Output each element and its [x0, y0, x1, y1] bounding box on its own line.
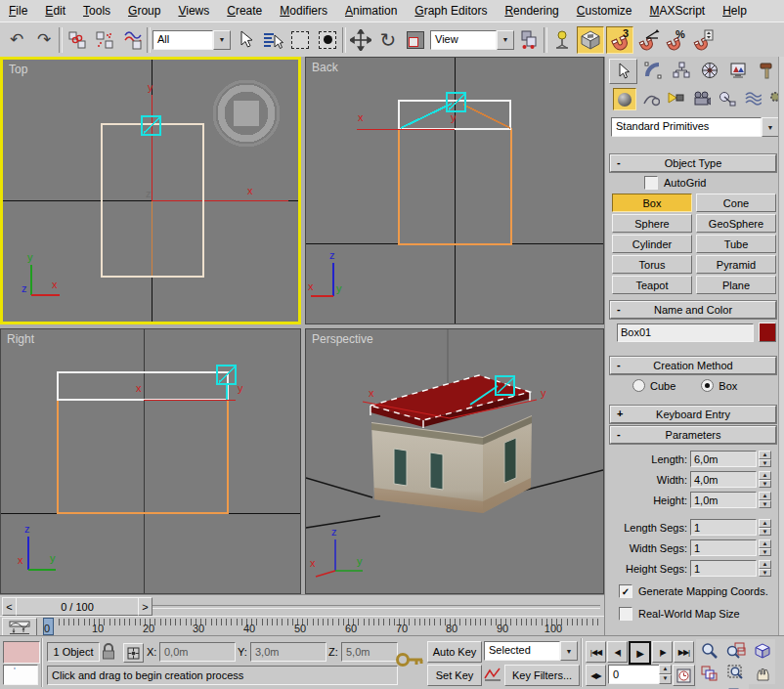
- zoom-extents-all-button[interactable]: [696, 662, 722, 684]
- go-to-end-button[interactable]: ▶▶|: [674, 641, 694, 663]
- absolute-mode-toggle[interactable]: [123, 643, 144, 663]
- button-teapot[interactable]: Teapot: [612, 276, 692, 294]
- height-spinner[interactable]: ▲▼: [759, 492, 771, 508]
- select-object-button[interactable]: [233, 27, 258, 53]
- snaps-toggle-button[interactable]: 3: [606, 26, 633, 54]
- menu-graph-editors[interactable]: Graph Editors: [406, 2, 496, 20]
- time-slider-track[interactable]: [152, 605, 600, 609]
- button-cone[interactable]: Cone: [696, 194, 776, 212]
- key-mode-toggle-button[interactable]: ◀▶: [586, 665, 606, 686]
- zoom-button[interactable]: [696, 639, 722, 662]
- tab-hierarchy[interactable]: [668, 59, 694, 82]
- button-geosphere[interactable]: GeoSphere: [696, 214, 776, 233]
- time-slider-handle[interactable]: 0 / 100: [16, 597, 139, 616]
- select-and-link-button[interactable]: [65, 27, 90, 53]
- frame-spinner[interactable]: ▲▼: [659, 665, 672, 684]
- button-box[interactable]: Box: [612, 194, 692, 212]
- menu-rendering[interactable]: Rendering: [496, 2, 567, 20]
- angle-snap-toggle-button[interactable]: [635, 27, 661, 53]
- viewport-top[interactable]: Top y x z: [0, 57, 301, 324]
- tab-modify[interactable]: [639, 59, 666, 82]
- track-bar[interactable]: 0 10 20 30 40 50 60 70 80 90 100: [0, 616, 604, 635]
- autogrid-checkbox[interactable]: ✓: [644, 176, 658, 190]
- category-cameras[interactable]: [691, 88, 713, 108]
- button-sphere[interactable]: Sphere: [612, 214, 692, 233]
- button-plane[interactable]: Plane: [696, 276, 776, 294]
- category-shapes[interactable]: [640, 88, 662, 108]
- select-by-name-button[interactable]: [260, 27, 285, 53]
- viewport-right-label[interactable]: Right: [7, 332, 34, 346]
- reference-coordinate-dropdown[interactable]: View ▼: [430, 30, 514, 50]
- category-lights[interactable]: [666, 88, 687, 108]
- object-color-swatch[interactable]: [759, 323, 776, 342]
- category-dropdown[interactable]: Standard Primitives ▼: [611, 117, 779, 137]
- tab-utilities[interactable]: [753, 59, 779, 82]
- selection-filter-dropdown[interactable]: All ▼: [152, 30, 231, 50]
- next-frame-button[interactable]: |▶: [652, 641, 673, 663]
- menu-file[interactable]: File: [0, 2, 36, 20]
- chevron-down-icon[interactable]: ▼: [497, 30, 514, 50]
- snaps-box-toggle-button[interactable]: [577, 26, 604, 54]
- height-field[interactable]: 1,0m: [690, 492, 757, 508]
- maxscript-listener-pink[interactable]: [3, 641, 40, 664]
- category-space-warps[interactable]: [742, 88, 763, 108]
- viewport-perspective-label[interactable]: Perspective: [312, 332, 373, 346]
- undo-button[interactable]: ↶: [4, 27, 29, 53]
- button-pyramid[interactable]: Pyramid: [696, 255, 776, 274]
- viewport-right[interactable]: Right x y z x y: [0, 328, 301, 594]
- generate-mapping-checkbox[interactable]: ✓: [619, 584, 632, 598]
- zoom-extents-button[interactable]: [749, 639, 775, 662]
- viewport-back[interactable]: Back x y z x: [305, 57, 604, 324]
- maxscript-listener-white[interactable]: ': [3, 665, 38, 685]
- rollout-creation-method[interactable]: - Creation Method: [610, 357, 776, 374]
- category-geometry[interactable]: [613, 88, 636, 110]
- redo-button[interactable]: ↷: [31, 27, 57, 53]
- menu-maxscript[interactable]: MAXScript: [641, 2, 715, 20]
- bind-to-space-warp-button[interactable]: [119, 27, 145, 53]
- previous-frame-button[interactable]: ◀|: [607, 641, 628, 663]
- auto-key-button[interactable]: Auto Key: [427, 641, 482, 663]
- button-torus[interactable]: Torus: [612, 255, 692, 274]
- chevron-down-icon[interactable]: ▼: [560, 641, 578, 661]
- menu-create[interactable]: Create: [218, 2, 271, 20]
- viewport-perspective[interactable]: Perspective: [305, 328, 604, 594]
- use-pivot-point-center-button[interactable]: [516, 27, 542, 53]
- rollout-object-type[interactable]: - Object Type: [610, 154, 776, 172]
- real-world-checkbox[interactable]: ✓: [619, 607, 632, 621]
- set-key-lock[interactable]: [395, 650, 424, 671]
- length-field[interactable]: 6,0m: [690, 451, 757, 467]
- arc-rotate-button[interactable]: [696, 684, 722, 689]
- menu-customize[interactable]: Customize: [568, 2, 641, 20]
- set-key-filters-curve[interactable]: [484, 667, 501, 684]
- rectangular-selection-region-button[interactable]: [287, 27, 313, 53]
- radio-cube[interactable]: Cube: [632, 379, 675, 392]
- tab-create[interactable]: [609, 59, 637, 84]
- chevron-down-icon[interactable]: ▼: [762, 117, 779, 137]
- current-frame-field[interactable]: 0: [608, 665, 661, 684]
- rollout-parameters[interactable]: - Parameters: [610, 426, 776, 444]
- time-slider-prev-button[interactable]: <: [2, 597, 17, 616]
- selection-lock-toggle[interactable]: [102, 643, 115, 662]
- select-and-rotate-button[interactable]: ↻: [375, 27, 401, 53]
- chevron-down-icon[interactable]: ▼: [213, 30, 231, 50]
- menu-animation[interactable]: Animation: [336, 2, 406, 20]
- open-mini-curve-editor-button[interactable]: [2, 618, 37, 636]
- key-filters-button[interactable]: Key Filters...: [504, 665, 580, 686]
- selected-filter-dropdown[interactable]: Selected ▼: [484, 641, 578, 661]
- spinner-snap-toggle-button[interactable]: [690, 27, 716, 53]
- width-spinner[interactable]: ▲▼: [759, 471, 771, 488]
- window-crossing-button[interactable]: [315, 27, 340, 53]
- time-configuration-button[interactable]: [673, 665, 695, 686]
- category-helpers[interactable]: [717, 88, 738, 108]
- y-coord-field[interactable]: 3,0m: [250, 642, 327, 662]
- select-and-move-button[interactable]: [348, 27, 373, 53]
- height-segs-field[interactable]: 1: [690, 560, 757, 577]
- length-spinner[interactable]: ▲▼: [759, 451, 771, 467]
- percent-snap-toggle-button[interactable]: %: [663, 27, 688, 53]
- x-coord-field[interactable]: 0,0m: [159, 642, 236, 662]
- height-segs-spinner[interactable]: ▲▼: [759, 560, 771, 577]
- length-segs-spinner[interactable]: ▲▼: [759, 519, 771, 536]
- button-tube[interactable]: Tube: [696, 235, 776, 253]
- select-and-scale-button[interactable]: [403, 27, 428, 53]
- z-coord-field[interactable]: 5,0m: [341, 642, 398, 662]
